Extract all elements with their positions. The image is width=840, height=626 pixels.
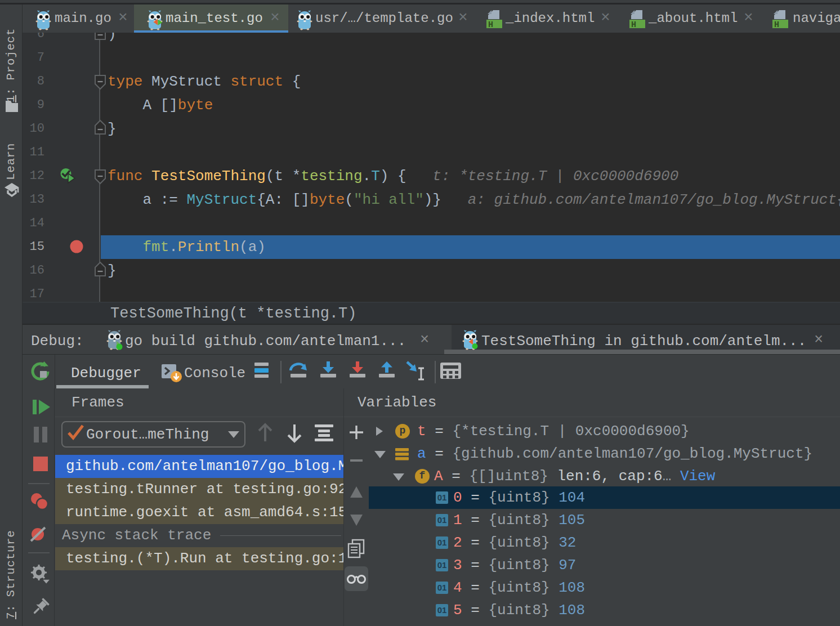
svg-text:H: H [488,20,493,30]
svg-text:H: H [631,20,636,30]
svg-text:H: H [774,20,779,30]
